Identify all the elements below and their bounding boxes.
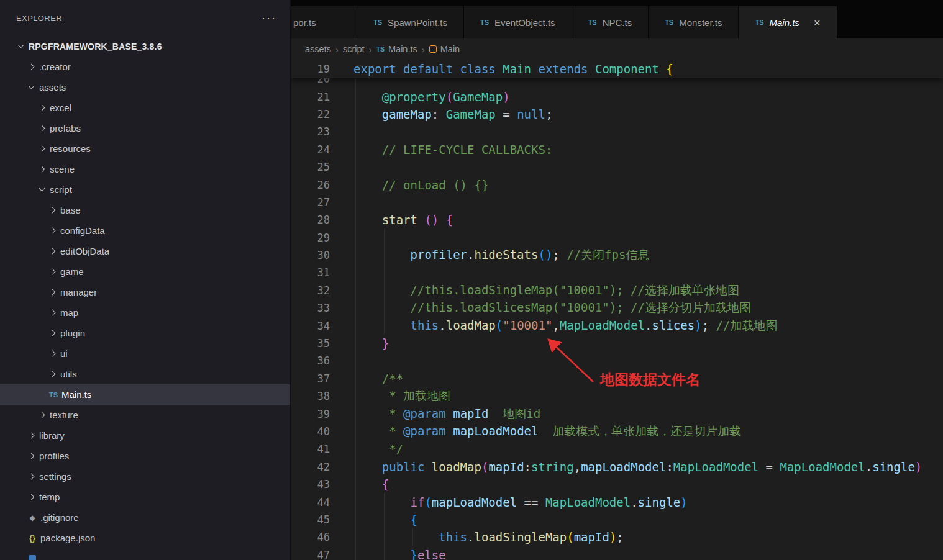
code-line-45[interactable]: 45 { — [291, 511, 943, 528]
tab-monster.ts[interactable]: TSMonster.ts — [649, 6, 738, 38]
code-line-46[interactable]: 46 this.loadSingleMap(mapId); — [291, 528, 943, 546]
code-line-24[interactable]: 24 // LIFE-CYCLE CALLBACKS: — [291, 141, 943, 158]
code-text: }else — [353, 548, 446, 560]
tree-item-package.json[interactable]: {}package.json — [0, 528, 290, 548]
code-line-41[interactable]: 41 */ — [291, 440, 943, 458]
code-text: * @param mapLoadModel 加载模式，单张加载，还是切片加载 — [353, 423, 741, 440]
code-text: { — [353, 477, 389, 491]
tree-item-label: script — [50, 184, 72, 195]
code-line-22[interactable]: 22 gameMap: GameMap = null; — [291, 106, 943, 123]
tree-item-map[interactable]: map — [0, 302, 290, 323]
tree-item-texture[interactable]: texture — [0, 405, 290, 425]
tree-item-scene[interactable]: scene — [0, 159, 290, 179]
tree-item-excel[interactable]: excel — [0, 97, 290, 118]
tree-item-settings[interactable]: settings — [0, 466, 290, 487]
code-line-32[interactable]: 32 //this.loadSingleMap("10001"); //选择加载… — [291, 282, 943, 299]
tree-item-rpgframework_base_3.8.6[interactable]: RPGFRAMEWORK_BASE_3.8.6 — [0, 36, 290, 56]
typescript-icon: TS — [373, 19, 382, 26]
line-number: 27 — [291, 196, 330, 209]
line-number: 39 — [291, 408, 330, 420]
code-line-38[interactable]: 38 * 加载地图 — [291, 387, 943, 405]
code-line-36[interactable]: 36 — [291, 352, 943, 369]
tree-item-plugin[interactable]: plugin — [0, 323, 290, 343]
code-line-25[interactable]: 25 — [291, 158, 943, 176]
code-line-39[interactable]: 39 * @param mapId 地图id — [291, 405, 943, 422]
code-line-43[interactable]: 43 { — [291, 476, 943, 493]
tree-item-editobjdata[interactable]: editObjData — [0, 241, 290, 261]
tree-item-label: package.json — [40, 533, 95, 543]
chevron-down-icon — [27, 83, 37, 93]
line-number: 26 — [291, 179, 330, 191]
chevron-right-icon — [48, 246, 58, 256]
code-line-35[interactable]: 35 } — [291, 335, 943, 352]
tree-item-temp[interactable]: temp — [0, 487, 290, 507]
tree-item-script[interactable]: script — [0, 179, 290, 200]
close-icon[interactable]: × — [814, 17, 821, 29]
typescript-icon: TS — [665, 19, 673, 26]
chevron-right-icon — [27, 451, 37, 461]
typescript-icon: TS — [588, 19, 597, 26]
chevron-down-icon — [16, 42, 26, 52]
code-editor[interactable]: 2021 @property(GameMap)22 gameMap: GameM… — [291, 60, 943, 560]
tree-item-.creator[interactable]: .creator — [0, 56, 290, 77]
tree-item-label: prefabs — [50, 123, 81, 133]
tree-item-base[interactable]: base — [0, 200, 290, 220]
line-number: 41 — [291, 443, 330, 455]
breadcrumb-item-assets[interactable]: assets — [305, 44, 331, 54]
tree-item-utils[interactable]: utils — [0, 364, 290, 384]
tree-item-resources[interactable]: resources — [0, 138, 290, 159]
tree-item-ui[interactable]: ui — [0, 343, 290, 364]
code-text: * @param mapId 地图id — [353, 406, 540, 422]
code-line-26[interactable]: 26 // onLoad () {} — [291, 176, 943, 193]
code-line-28[interactable]: 28 start () { — [291, 211, 943, 228]
code-line-33[interactable]: 33 //this.loadSlicesMap("10001"); //选择分切… — [291, 299, 943, 317]
indent-guide — [355, 194, 356, 211]
tree-item-manager[interactable]: manager — [0, 282, 290, 302]
tree-item-profiles[interactable]: profiles — [0, 446, 290, 466]
code-line-42[interactable]: 42 public loadMap(mapId:string,mapLoadMo… — [291, 458, 943, 476]
tab-por.ts[interactable]: por.ts — [291, 6, 357, 38]
chevron-right-icon — [48, 226, 58, 236]
tree-item-configdata[interactable]: configData — [0, 220, 290, 241]
breadcrumb-label: assets — [305, 44, 331, 54]
code-line-30[interactable]: 30 profiler.hideStats(); //关闭fps信息 — [291, 246, 943, 264]
tree-item-partial[interactable] — [0, 548, 290, 560]
code-text: start () { — [353, 213, 453, 227]
breadcrumb-item-main.ts[interactable]: TSMain.ts — [376, 44, 417, 54]
tree-item-label: plugin — [60, 328, 85, 338]
breadcrumb-item-main[interactable]: Main — [429, 44, 460, 54]
code-line-31[interactable]: 31 — [291, 264, 943, 281]
class-symbol-icon — [429, 45, 437, 53]
code-line-44[interactable]: 44 if(mapLoadModel == MapLoadModel.singl… — [291, 493, 943, 510]
tab-main.ts[interactable]: TSMain.ts× — [739, 6, 837, 38]
annotation-label: 地图数据文件名 — [600, 370, 700, 389]
code-line-47[interactable]: 47 }else — [291, 546, 943, 560]
sticky-scroll-line[interactable]: 19 export default class Main extends Com… — [291, 60, 943, 78]
tree-item-prefabs[interactable]: prefabs — [0, 118, 290, 138]
code-line-34[interactable]: 34 this.loadMap("10001",MapLoadModel.sli… — [291, 317, 943, 334]
indent-guide — [384, 264, 385, 281]
tree-item-game[interactable]: game — [0, 261, 290, 282]
code-line-27[interactable]: 27 — [291, 194, 943, 211]
line-number: 36 — [291, 355, 330, 367]
tab-npc.ts[interactable]: TSNPC.ts — [572, 6, 649, 38]
tree-item-library[interactable]: library — [0, 425, 290, 446]
tab-eventobject.ts[interactable]: TSEventObject.ts — [464, 6, 572, 38]
code-line-23[interactable]: 23 — [291, 123, 943, 140]
tree-item-.gitignore[interactable]: ◆.gitignore — [0, 507, 290, 528]
code-line-40[interactable]: 40 * @param mapLoadModel 加载模式，单张加载，还是切片加… — [291, 423, 943, 440]
chevron-right-icon — [37, 103, 47, 113]
line-number: 45 — [291, 513, 330, 526]
more-actions-button[interactable]: ··· — [262, 12, 276, 25]
tree-item-assets[interactable]: assets — [0, 77, 290, 97]
chevron-right-icon — [48, 267, 58, 277]
tree-item-main.ts[interactable]: TSMain.ts — [0, 384, 290, 405]
tree-item-label: ui — [60, 348, 68, 359]
code-line-29[interactable]: 29 — [291, 229, 943, 246]
ts-file-icon: TS — [48, 391, 59, 399]
tab-spawnpoint.ts[interactable]: TSSpawnPoint.ts — [357, 6, 463, 38]
breadcrumb-item-script[interactable]: script — [343, 44, 365, 54]
code-line-21[interactable]: 21 @property(GameMap) — [291, 88, 943, 105]
tree-item-label: editObjData — [60, 246, 109, 256]
chevron-right-icon — [48, 328, 58, 338]
